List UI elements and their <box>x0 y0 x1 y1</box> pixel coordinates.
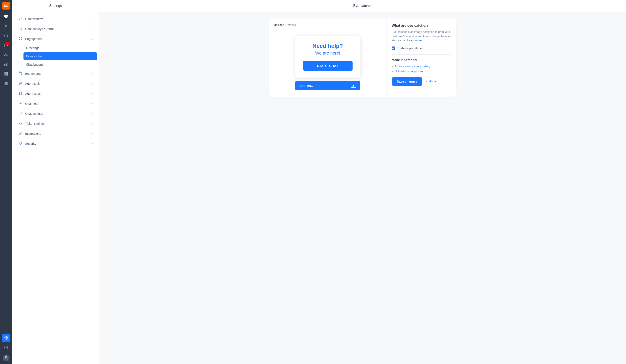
learn-more-link[interactable]: Learn more... <box>407 39 424 42</box>
svg-point-21 <box>20 38 21 39</box>
chevron-icon: › <box>92 112 93 115</box>
svg-rect-9 <box>6 74 8 75</box>
page-title: Eye-catcher <box>353 4 372 8</box>
integrations-icon <box>18 132 23 136</box>
chevron-icon: › <box>92 27 93 31</box>
enable-eye-catcher-row: Enable eye-catcher <box>392 46 451 50</box>
chevron-icon: › <box>92 72 93 75</box>
chat-bar-label: Chat now <box>300 84 313 88</box>
save-row: Save changes or discard <box>392 77 451 86</box>
main-content: desktop | mobile Need help? We are here!… <box>99 12 626 364</box>
engagement-icon <box>18 37 23 41</box>
nav-item-notifications[interactable]: 7 <box>2 41 10 50</box>
svg-rect-7 <box>6 72 8 73</box>
nav-item-help[interactable] <box>2 343 10 352</box>
sidebar-item-greetings[interactable]: Greetings <box>23 44 97 52</box>
chevron-icon: › <box>92 92 93 95</box>
user-avatar <box>2 354 9 361</box>
svg-rect-4 <box>6 64 6 66</box>
svg-rect-8 <box>4 74 6 75</box>
security-icon <box>18 142 23 146</box>
nav-item-reports2[interactable] <box>2 79 10 88</box>
sidebar-item-agent-tools[interactable]: Agent tools › <box>14 79 97 88</box>
user-avatar-container[interactable] <box>2 354 9 361</box>
preview-widget-area: Need help? We are here! START CHAT Chat … <box>274 31 381 92</box>
channels-icon <box>18 102 23 106</box>
sidebar-item-label: Security <box>25 142 36 146</box>
chat-settings-icon <box>18 111 23 116</box>
enable-eye-catcher-label[interactable]: Enable eye-catcher <box>397 46 423 50</box>
main-content-area: Eye-catcher desktop | mobile Need help? … <box>99 0 626 364</box>
ticket-settings-icon <box>18 121 23 126</box>
svg-rect-6 <box>4 72 6 73</box>
tab-mobile[interactable]: mobile <box>288 23 296 27</box>
nav-item-team[interactable] <box>2 50 10 59</box>
sidebar-item-label: Ecommerce <box>25 72 41 75</box>
chevron-icon: › <box>92 142 93 145</box>
eye-catcher-description: Eye-catcher is an image designed to grab… <box>392 30 451 43</box>
svg-rect-5 <box>4 65 5 66</box>
sidebar-item-label: Ticket settings <box>25 122 44 125</box>
sidebar-item-agent-apps[interactable]: Agent apps › <box>14 89 97 98</box>
svg-rect-17 <box>19 27 22 30</box>
what-are-eye-catchers-title: What are eye-catchers <box>392 24 451 28</box>
sidebar-item-channels[interactable]: Channels › <box>14 99 97 109</box>
section-divider <box>392 54 451 55</box>
nav-item-apps[interactable] <box>2 70 10 78</box>
chevron-icon: › <box>92 122 93 125</box>
nav-item-settings[interactable] <box>2 333 10 342</box>
save-changes-button[interactable]: Save changes <box>392 77 422 86</box>
sidebar-title: Settings <box>12 0 99 12</box>
sidebar-item-label: Channels <box>25 102 38 105</box>
chat-bar-expand-icon <box>351 84 356 88</box>
sidebar-item-security[interactable]: Security › <box>14 139 97 148</box>
sidebar-item-eye-catcher[interactable]: Eye-catcher <box>23 52 97 60</box>
browse-gallery-link[interactable]: Browse eye-catchers gallery <box>392 65 451 68</box>
nav-item-chat[interactable]: 💬 <box>2 12 10 21</box>
nav-item-contacts[interactable] <box>2 22 10 31</box>
sidebar-nav: Chat window › Chat surveys & forms › Eng… <box>12 12 99 364</box>
tab-desktop[interactable]: desktop <box>274 23 284 27</box>
chat-popup-widget: Need help? We are here! START CHAT <box>295 36 360 77</box>
tab-divider: | <box>286 23 286 27</box>
sidebar-item-label: Integrations <box>25 132 41 135</box>
sidebar-item-ecommerce[interactable]: Ecommerce › <box>14 69 97 78</box>
svg-rect-3 <box>7 63 8 66</box>
start-chat-button[interactable]: START CHAT <box>303 61 352 71</box>
sidebar-item-engagement[interactable]: Engagement ⌄ <box>14 34 97 44</box>
sidebar-item-label: Engagement <box>25 37 42 41</box>
sidebar-item-chat-buttons[interactable]: Chat buttons <box>23 61 97 69</box>
nav-item-reports[interactable] <box>2 31 10 40</box>
engagement-subitems: Greetings Eye-catcher Chat buttons <box>12 44 99 69</box>
enable-eye-catcher-checkbox[interactable] <box>392 46 395 50</box>
sidebar-item-label: Agent tools <box>25 82 40 85</box>
preview-tabs: desktop | mobile <box>274 23 381 27</box>
app-logo: LC <box>2 2 10 10</box>
popup-subtitle: We are here! <box>303 51 352 56</box>
sidebar-item-integrations[interactable]: Integrations › <box>14 129 97 139</box>
sidebar-item-chat-settings[interactable]: Chat settings › <box>14 109 97 118</box>
chevron-icon: › <box>92 17 93 20</box>
upload-custom-link[interactable]: Upload custom picture <box>392 70 451 73</box>
svg-point-13 <box>6 337 7 339</box>
discard-link[interactable]: discard <box>429 80 438 83</box>
preview-section: desktop | mobile Need help? We are here!… <box>269 18 387 97</box>
sidebar-item-chat-window[interactable]: Chat window › <box>14 14 97 24</box>
chevron-icon: › <box>92 82 93 85</box>
chat-bar-widget[interactable]: Chat now <box>295 81 360 90</box>
sidebar-item-ticket-settings[interactable]: Ticket settings › <box>14 119 97 128</box>
popup-title: Need help? <box>303 43 352 49</box>
settings-panel: What are eye-catchers Eye-catcher is an … <box>387 18 456 97</box>
chat-window-icon <box>18 17 23 21</box>
bullet-dot-icon <box>392 71 393 72</box>
sidebar: Settings Chat window › Chat surveys & fo… <box>12 0 99 364</box>
svg-point-16 <box>5 356 7 358</box>
chevron-icon: › <box>92 132 93 135</box>
nav-item-analytics[interactable] <box>2 60 10 69</box>
eye-catcher-card: desktop | mobile Need help? We are here!… <box>269 18 456 97</box>
sidebar-item-label: Chat settings <box>25 112 43 115</box>
svg-point-0 <box>5 25 7 26</box>
sidebar-item-chat-surveys[interactable]: Chat surveys & forms › <box>14 24 97 34</box>
sidebar-item-label: Chat window <box>25 17 43 21</box>
notifications-badge: 7 <box>6 42 9 45</box>
